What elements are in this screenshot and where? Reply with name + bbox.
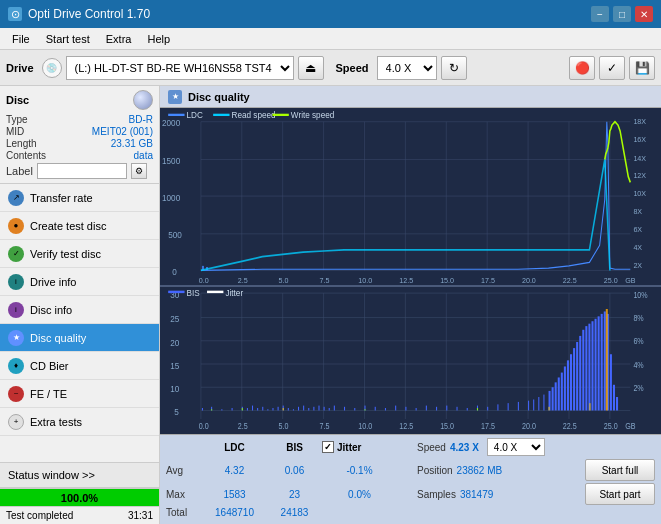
disc-length-value: 23.31 GB	[111, 138, 153, 149]
menu-extra[interactable]: Extra	[98, 31, 140, 47]
svg-rect-126	[457, 407, 458, 411]
svg-rect-94	[221, 410, 222, 411]
menu-file[interactable]: File	[4, 31, 38, 47]
burn-button[interactable]: 🔴	[569, 56, 595, 80]
sidebar-item-drive-info[interactable]: i Drive info	[0, 268, 159, 296]
sidebar-item-disc-info[interactable]: i Disc info	[0, 296, 159, 324]
svg-rect-97	[247, 408, 248, 410]
svg-rect-134	[533, 400, 534, 411]
svg-rect-129	[487, 407, 488, 411]
disc-length-row: Length 23.31 GB	[6, 138, 153, 149]
disc-header: Disc	[6, 90, 153, 110]
disc-contents-value: data	[134, 150, 153, 161]
svg-text:GB: GB	[625, 422, 635, 432]
svg-text:0.0: 0.0	[199, 422, 209, 432]
max-ldc: 1583	[202, 489, 267, 500]
jitter-checkbox[interactable]: ✓	[322, 441, 334, 453]
speed-stat-label: Speed	[417, 442, 446, 453]
sidebar-item-extra-tests[interactable]: + Extra tests	[0, 408, 159, 436]
svg-rect-132	[518, 402, 519, 411]
disc-quality-icon: ★	[8, 330, 24, 346]
disc-contents-row: Contents data	[6, 150, 153, 161]
chart-bottom-svg: 30 25 20 15 10 5 10% 8% 6% 4% 2% 0.0	[160, 287, 661, 434]
maximize-button[interactable]: □	[613, 6, 631, 22]
refresh-button[interactable]: ↻	[441, 56, 467, 80]
svg-rect-114	[334, 406, 335, 411]
svg-rect-167	[606, 309, 608, 410]
sidebar-item-verify-test-disc[interactable]: ✓ Verify test disc	[0, 240, 159, 268]
close-button[interactable]: ✕	[635, 6, 653, 22]
start-part-button[interactable]: Start part	[585, 483, 655, 505]
svg-text:12.5: 12.5	[399, 276, 413, 285]
disc-length-label: Length	[6, 138, 37, 149]
max-label: Max	[166, 489, 202, 500]
sidebar-item-disc-quality[interactable]: ★ Disc quality	[0, 324, 159, 352]
svg-rect-116	[354, 408, 355, 410]
total-ldc: 1648710	[202, 507, 267, 518]
svg-text:8X: 8X	[633, 207, 642, 216]
svg-text:18X: 18X	[633, 117, 646, 126]
svg-rect-159	[616, 397, 618, 410]
eject-button[interactable]: ⏏	[298, 56, 324, 80]
jitter-label: Jitter	[337, 442, 361, 453]
menu-start-test[interactable]: Start test	[38, 31, 98, 47]
extra-tests-icon: +	[8, 414, 24, 430]
speed-select[interactable]: 4.0 X 2.0 X 8.0 X	[377, 56, 437, 80]
extra-tests-label: Extra tests	[30, 416, 82, 428]
svg-text:17.5: 17.5	[481, 276, 495, 285]
svg-rect-99	[257, 408, 258, 410]
svg-rect-45	[168, 114, 184, 116]
svg-text:15.0: 15.0	[440, 422, 454, 432]
minimize-button[interactable]: −	[591, 6, 609, 22]
svg-rect-0	[160, 108, 661, 285]
svg-rect-124	[436, 407, 437, 411]
sidebar-item-fe-te[interactable]: ~ FE / TE	[0, 380, 159, 408]
svg-rect-109	[308, 408, 309, 410]
disc-type-value: BD-R	[129, 114, 153, 125]
svg-text:8%: 8%	[633, 314, 643, 324]
start-full-button[interactable]: Start full	[585, 459, 655, 481]
menu-help[interactable]: Help	[139, 31, 178, 47]
avg-bis: 0.06	[267, 465, 322, 476]
disc-label-input[interactable]	[37, 163, 127, 179]
sidebar-item-cd-bier[interactable]: ♦ CD Bier	[0, 352, 159, 380]
svg-text:Read speed: Read speed	[232, 110, 276, 121]
stats-header-row: LDC BIS ✓ Jitter Speed 4.23 X 4.0 X	[166, 438, 655, 456]
disc-mid-label: MID	[6, 126, 24, 137]
drive-select[interactable]: (L:) HL-DT-ST BD-RE WH16NS58 TST4	[66, 56, 294, 80]
stats-bis-header: BIS	[267, 442, 322, 453]
sidebar-item-create-test-disc[interactable]: ● Create test disc	[0, 212, 159, 240]
disc-type-label: Type	[6, 114, 28, 125]
drive-label: Drive	[6, 62, 34, 74]
svg-rect-151	[591, 322, 593, 411]
total-bis: 24183	[267, 507, 322, 518]
svg-text:6%: 6%	[633, 337, 643, 347]
disc-quality-header: ★ Disc quality	[160, 86, 661, 108]
svg-rect-136	[543, 395, 544, 411]
svg-rect-170	[207, 291, 223, 293]
verify-button[interactable]: ✓	[599, 56, 625, 80]
svg-text:15.0: 15.0	[440, 276, 454, 285]
drive-icon: 💿	[42, 58, 62, 78]
svg-rect-130	[497, 405, 498, 411]
sidebar-item-transfer-rate[interactable]: ↗ Transfer rate	[0, 184, 159, 212]
stats-bar: LDC BIS ✓ Jitter Speed 4.23 X 4.0 X Avg	[160, 434, 661, 524]
svg-text:0.0: 0.0	[199, 276, 209, 285]
svg-text:6X: 6X	[633, 224, 642, 233]
speed-stat-select[interactable]: 4.0 X	[487, 438, 545, 456]
svg-text:2%: 2%	[633, 384, 643, 394]
svg-text:1500: 1500	[162, 156, 180, 167]
svg-rect-120	[395, 406, 396, 411]
svg-text:22.5: 22.5	[563, 422, 577, 432]
transfer-rate-icon: ↗	[8, 190, 24, 206]
cd-bier-label: CD Bier	[30, 360, 69, 372]
status-window-button[interactable]: Status window >>	[0, 462, 159, 488]
save-button[interactable]: 💾	[629, 56, 655, 80]
svg-rect-161	[242, 408, 243, 410]
disc-label-button[interactable]: ⚙	[131, 163, 147, 179]
avg-label: Avg	[166, 465, 202, 476]
svg-text:2.5: 2.5	[238, 276, 248, 285]
svg-rect-149	[585, 326, 587, 410]
svg-rect-139	[555, 383, 557, 411]
svg-text:25.0: 25.0	[604, 422, 618, 432]
